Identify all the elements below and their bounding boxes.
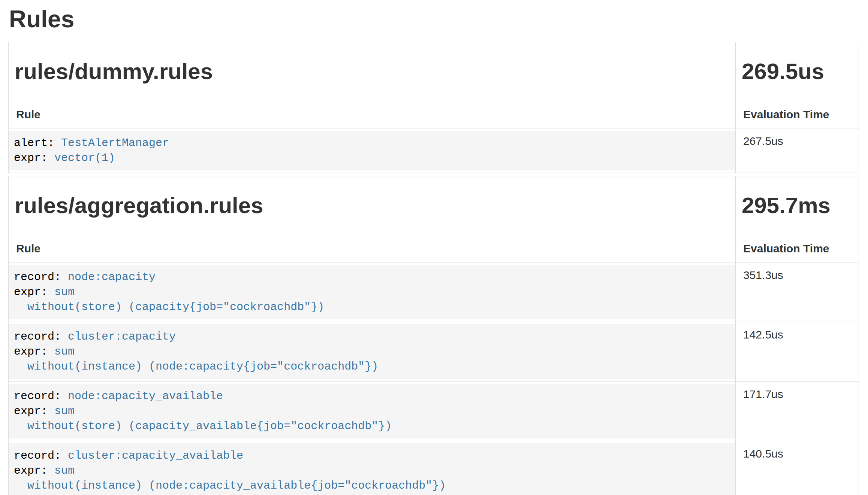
rule-link[interactable]: cluster:capacity (68, 330, 176, 343)
rules-group-table: rules/aggregation.rules 295.7ms Rule Eva… (8, 176, 859, 495)
rule-key: expr: (14, 405, 54, 417)
rule-row: record: node:capacityexpr: sum without(s… (9, 262, 859, 322)
rule-link[interactable]: without(instance) (node:capacity_availab… (27, 479, 446, 492)
rule-cell: record: node:capacity_availableexpr: sum… (9, 382, 736, 441)
group-total-eval-cell: 269.5us (736, 42, 859, 101)
rule-key: record: (14, 449, 68, 462)
group-total-eval-time: 269.5us (742, 59, 853, 84)
rule-line: without(store) (capacity_available{job="… (14, 419, 730, 434)
rule-link[interactable]: without(store) (capacity{job="cockroachd… (27, 301, 324, 313)
rule-text (14, 479, 27, 492)
rule-eval-time: 267.5us (736, 128, 859, 173)
column-header-row: Rule Evaluation Time (9, 101, 859, 128)
rule-line: without(store) (capacity{job="cockroachd… (14, 300, 730, 315)
rule-link[interactable]: TestAlertManager (61, 137, 169, 149)
rule-link[interactable]: vector(1) (54, 152, 115, 164)
rule-key: expr: (14, 345, 54, 358)
rule-row: record: node:capacity_availableexpr: sum… (9, 382, 859, 441)
group-file-cell: rules/aggregation.rules (9, 176, 736, 235)
column-header-rule: Rule (9, 101, 736, 128)
rule-link[interactable]: sum (54, 464, 75, 477)
rule-key: record: (14, 271, 68, 283)
column-header-row: Rule Evaluation Time (9, 235, 859, 262)
rule-line: expr: sum (14, 344, 730, 359)
rule-link[interactable]: node:capacity (68, 271, 156, 283)
rule-eval-time: 351.3us (736, 262, 859, 322)
rule-line: expr: vector(1) (14, 151, 730, 165)
group-total-eval-cell: 295.7ms (736, 176, 859, 235)
rule-key: expr: (14, 286, 54, 298)
rule-line: expr: sum (14, 404, 730, 419)
rule-text-block: record: cluster:capacity_availableexpr: … (9, 443, 735, 495)
rule-line: without(instance) (node:capacity{job="co… (14, 359, 730, 374)
rule-groups-container: rules/dummy.rules 269.5us Rule Evaluatio… (8, 42, 859, 495)
rule-key: alert: (14, 137, 61, 149)
column-header-eval-time: Evaluation Time (736, 101, 859, 128)
rule-cell: alert: TestAlertManagerexpr: vector(1) (9, 128, 736, 173)
rule-line: record: node:capacity (14, 270, 730, 285)
rule-eval-time: 171.7us (736, 382, 859, 441)
rule-key: expr: (14, 152, 54, 164)
rule-link[interactable]: without(instance) (node:capacity{job="co… (27, 360, 378, 373)
rule-line: record: cluster:capacity_available (14, 448, 730, 463)
group-file-name: rules/dummy.rules (15, 59, 729, 84)
rule-link[interactable]: sum (54, 405, 75, 417)
rule-cell: record: cluster:capacityexpr: sum withou… (9, 322, 736, 382)
group-header-row: rules/dummy.rules 269.5us (9, 42, 859, 101)
rule-line: without(instance) (node:capacity_availab… (14, 478, 730, 493)
rule-link[interactable]: sum (54, 286, 75, 298)
rule-text-block: record: node:capacity_availableexpr: sum… (9, 384, 735, 438)
rules-body: record: node:capacityexpr: sum without(s… (9, 262, 859, 495)
column-header-rule: Rule (9, 235, 736, 262)
rule-eval-time: 140.5us (736, 441, 859, 495)
rule-text-block: alert: TestAlertManagerexpr: vector(1) (9, 131, 735, 170)
rule-row: record: cluster:capacityexpr: sum withou… (9, 322, 859, 382)
rules-body: alert: TestAlertManagerexpr: vector(1)26… (9, 128, 859, 173)
rule-text (14, 360, 27, 373)
rule-text-block: record: node:capacityexpr: sum without(s… (9, 265, 735, 319)
rule-text (14, 301, 27, 313)
rule-key: expr: (14, 464, 54, 477)
group-file-cell: rules/dummy.rules (9, 42, 736, 101)
rule-link[interactable]: sum (54, 345, 75, 358)
rule-text-block: record: cluster:capacityexpr: sum withou… (9, 324, 735, 379)
rule-row: alert: TestAlertManagerexpr: vector(1)26… (9, 128, 859, 173)
page-title: Rules (9, 5, 859, 33)
rules-group-table: rules/dummy.rules 269.5us Rule Evaluatio… (8, 42, 859, 173)
rule-cell: record: node:capacityexpr: sum without(s… (9, 262, 736, 322)
rule-link[interactable]: node:capacity_available (68, 390, 223, 403)
rule-cell: record: cluster:capacity_availableexpr: … (9, 441, 736, 495)
rule-line: expr: sum (14, 463, 730, 478)
group-file-name: rules/aggregation.rules (15, 193, 729, 218)
group-header-row: rules/aggregation.rules 295.7ms (9, 176, 859, 235)
rule-line: record: node:capacity_available (14, 389, 730, 404)
group-total-eval-time: 295.7ms (742, 193, 853, 218)
rule-key: record: (14, 330, 68, 343)
column-header-eval-time: Evaluation Time (736, 235, 859, 262)
rule-line: record: cluster:capacity (14, 329, 730, 344)
rule-line: expr: sum (14, 285, 730, 300)
rule-text (14, 420, 27, 432)
rules-page: Rules rules/dummy.rules 269.5us Rule Eva… (0, 0, 868, 495)
rule-line: alert: TestAlertManager (14, 136, 730, 151)
rule-row: record: cluster:capacity_availableexpr: … (9, 441, 859, 495)
rule-eval-time: 142.5us (736, 322, 859, 382)
rule-key: record: (14, 390, 68, 403)
rule-link[interactable]: without(store) (capacity_available{job="… (27, 420, 392, 432)
rule-link[interactable]: cluster:capacity_available (68, 449, 243, 462)
